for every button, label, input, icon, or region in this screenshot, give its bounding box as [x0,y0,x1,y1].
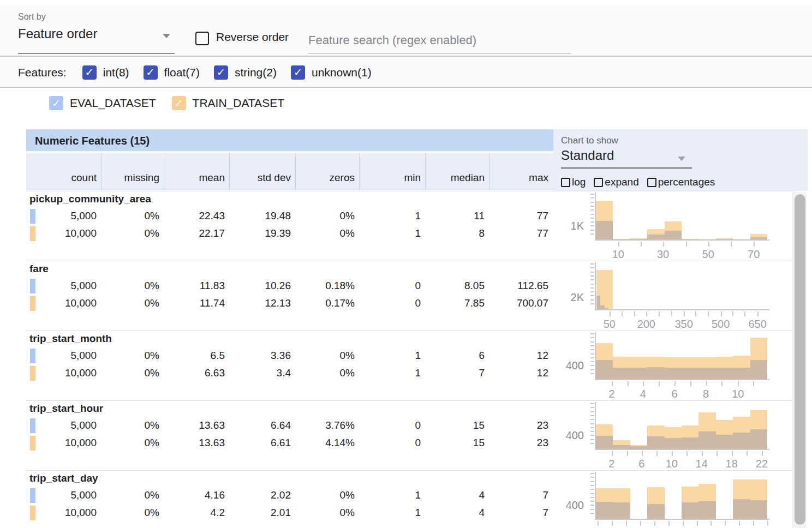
select-underline [18,53,175,54]
y-axis-tick [590,509,594,510]
feature-filter-label: int(8) [103,66,129,79]
x-axis-tick [640,521,641,526]
x-axis-tick-label: 200 [637,318,655,331]
feature-block-fare: fare5,0000%11.8310.260.18%08.05112.6510,… [26,261,796,331]
eval-overlap-bar [613,445,630,449]
stat-value: 4 [425,488,489,503]
check-icon: ✓ [294,67,302,77]
stat-value: 0% [295,348,359,363]
y-axis-tick [590,369,594,370]
stat-value: 0% [295,226,359,241]
y-axis-tick [590,493,594,494]
vertical-scrollbar-thumb[interactable] [795,194,805,525]
eval-overlap-bar [613,368,630,379]
x-axis-tick [663,242,664,247]
stat-value: 0% [101,208,164,224]
x-axis-tick [659,311,660,316]
stat-value: 19.39 [229,226,295,241]
x-axis-tick [612,451,613,456]
y-axis-tick [590,295,594,296]
eval-swatch [30,209,35,224]
eval-overlap-bar [733,368,750,379]
stat-value: 8.05 [425,278,489,293]
stat-value: 4.2 [164,505,229,520]
x-axis-tick [686,451,688,456]
x-axis-tick-label: 8 [703,388,709,400]
chart-option-percentages[interactable]: percentages [647,176,715,188]
stat-value: 4 [425,505,489,520]
feature-filter-int8[interactable]: ✓int(8) [82,65,129,80]
y-axis-tick [590,233,594,235]
stat-value: 3.76% [295,418,359,433]
x-axis-tick [708,242,709,247]
stat-value: 0% [295,488,359,503]
dataset-legend: ✓EVAL_DATASET✓TRAIN_DATASET [0,91,812,116]
eval-overlap-bar [733,499,750,519]
eval-overlap-bar [665,368,682,379]
x-axis-tick [641,242,642,247]
x-axis-tick [710,521,712,526]
eval-overlap-bar [630,239,647,239]
stat-value: 0% [101,278,164,293]
stat-value: 12.13 [229,296,295,311]
x-axis-tick-label: 6 [638,458,644,470]
eval-overlap-bar [682,502,698,519]
eval-overlap-bar [750,237,767,239]
reverse-order-checkbox[interactable] [195,32,209,45]
feature-rows: pickup_community_area5,0000%22.4319.480%… [26,191,796,528]
y-axis-tick [590,202,594,203]
x-axis-tick [732,311,733,316]
y-axis-tick [590,361,594,362]
stat-value: 10,000 [26,505,101,520]
numeric-features-header: Numeric Features (15) [26,129,553,152]
chart-option-log[interactable]: log [561,176,586,188]
stat-value: 22.43 [164,208,229,224]
eval-overlap-bar [613,502,630,519]
y-axis-tick [590,194,594,195]
chevron-down-icon [163,34,170,38]
x-axis-tick [627,451,628,456]
stat-value: 0% [101,488,164,503]
stat-value: 0 [359,418,425,433]
x-axis-tick [706,381,707,386]
y-axis-tick [590,365,594,366]
eval-overlap-bar [647,504,664,519]
histogram-x-axis [595,449,769,450]
dataset-toggle-eval_dataset[interactable]: ✓EVAL_DATASET [49,96,156,110]
check-icon: ✓ [146,67,155,77]
stat-value: 11 [425,208,489,224]
feature-block-pickup_community_area: pickup_community_area5,0000%22.4319.480%… [26,191,796,261]
feature-filter-float7[interactable]: ✓float(7) [144,65,200,80]
y-axis-tick [590,206,594,207]
feature-search-input[interactable] [308,27,571,53]
stat-value: 7 [489,488,553,503]
feature-filter-label: float(7) [164,66,200,79]
stat-value: 0% [101,435,164,451]
dataset-toggle-train_dataset[interactable]: ✓TRAIN_DATASET [172,96,284,110]
x-axis-tick [634,311,635,316]
chart-option-expand[interactable]: expand [594,176,638,188]
x-axis-tick [618,242,619,247]
stat-value: 1 [359,505,425,520]
chart-option-label: expand [605,176,638,188]
x-axis-tick [753,381,754,386]
train-swatch [30,226,35,241]
x-axis-tick-label: 2 [608,388,614,400]
chart-type-select[interactable]: Standard [561,148,692,169]
feature-filter-string2[interactable]: ✓string(2) [214,65,277,80]
sort-order-select[interactable]: Feature order [18,26,175,52]
stat-value: 1 [359,365,425,381]
x-axis-tick [598,521,599,526]
eval-overlap-bar [605,308,608,309]
column-header-median: median [425,153,489,190]
stat-value: 5,000 [26,488,101,503]
y-axis-tick [590,435,594,436]
checkbox-unchecked-icon [561,178,570,187]
stat-value: 3.4 [229,365,295,381]
feature-filter-unknown1[interactable]: ✓unknown(1) [291,65,372,80]
histogram-y-axis [595,262,596,309]
y-axis-tick [590,287,594,289]
vertical-scrollbar-track[interactable] [792,192,807,528]
y-axis-tick [590,513,594,514]
stat-value: 1 [359,488,425,503]
